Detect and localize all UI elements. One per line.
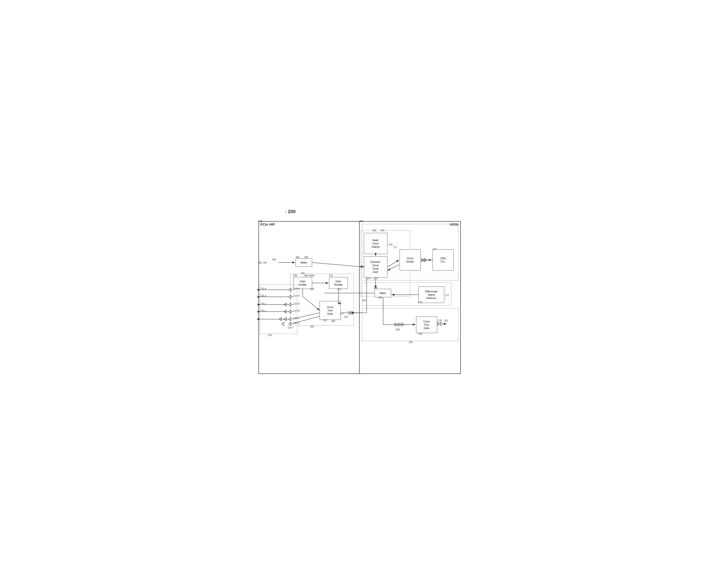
region-hssi-top <box>362 224 458 280</box>
ref-252: 252 <box>360 220 364 223</box>
ref-204: 204 <box>296 256 300 258</box>
diagram-title: 200 <box>288 209 296 214</box>
ref-206: 206 <box>272 258 276 261</box>
ref-214-1: 214-1 <box>294 317 300 320</box>
ref-215-4: 215-4 <box>260 288 266 290</box>
ref-214-2: 214-2 <box>294 322 300 324</box>
ref-214-bottom: 214 <box>268 334 272 337</box>
ref-214-7: 214-7 <box>288 327 294 329</box>
diagram: 200 ↗ 202 PCIe HIP HSSI 252 tlp_req 206 … <box>254 207 465 381</box>
ref-214-3: 214-3 <box>294 294 300 297</box>
ref-214-4: 214-4 <box>294 288 300 290</box>
tlp-req-label: tlp_req <box>259 261 267 264</box>
ref-214-5: 214-5 <box>294 302 300 305</box>
ref-215-1: 215-1 <box>260 310 266 312</box>
pcie-hip-label: PCIe HIP <box>260 222 275 226</box>
ref-205: 205 <box>304 256 308 258</box>
ref-293: 293 <box>310 326 314 328</box>
title-arrow: ↗ <box>284 211 286 214</box>
region-292 <box>362 308 458 341</box>
vertical-divider <box>359 221 360 374</box>
ref-292: 292 <box>409 341 413 343</box>
ref-214-6: 214-6 <box>294 310 300 312</box>
ref-215-2: 215-2 <box>260 302 266 305</box>
ref-215-3: 215-3 <box>260 294 266 297</box>
region-272 <box>362 282 451 306</box>
wake-left-block: Wake <box>296 258 312 267</box>
